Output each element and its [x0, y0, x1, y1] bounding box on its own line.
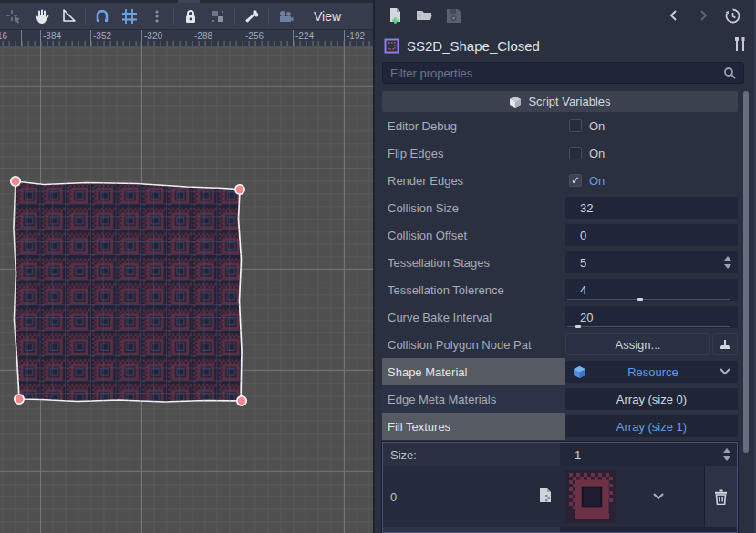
- horizontal-ruler: -416 -384 -352 -320 -288 -256 -224 -192: [0, 30, 373, 46]
- editor-debug-checkbox[interactable]: [569, 119, 582, 132]
- camera-icon[interactable]: [272, 5, 299, 28]
- ruler-label: -288: [194, 31, 212, 41]
- handle-top-right: [235, 185, 244, 194]
- field-value: 5: [580, 256, 586, 270]
- property-label: Collision Polygon Node Pat: [382, 331, 565, 358]
- ruler-label: -320: [144, 31, 162, 41]
- property-label: Render Edges: [382, 167, 565, 194]
- shape-material-resource[interactable]: Resource: [565, 361, 738, 383]
- filter-properties-box[interactable]: [382, 62, 744, 84]
- box-icon: [509, 96, 522, 108]
- new-resource-icon[interactable]: [380, 3, 409, 28]
- property-label: Shape Material: [382, 358, 565, 385]
- chevron-down-icon[interactable]: [653, 493, 664, 500]
- array-size-field[interactable]: 1: [560, 443, 737, 466]
- handle-bottom-right: [237, 396, 246, 405]
- edit-resource-icon[interactable]: [538, 487, 553, 507]
- ruler-label: -192: [347, 31, 365, 41]
- save-resource-icon[interactable]: [439, 3, 468, 28]
- assign-node-path-button[interactable]: Assign...: [565, 333, 710, 355]
- fill-textures-array-button[interactable]: Array (size 1): [565, 415, 738, 437]
- ruler-icon[interactable]: [55, 5, 82, 28]
- toolbar-separator: [173, 8, 174, 25]
- property-row-edge-meta-materials: Edge Meta Materials Array (size 0): [382, 385, 738, 413]
- bone-icon[interactable]: [238, 5, 265, 28]
- property-row-collision-size: Collision Size 32: [382, 194, 738, 221]
- property-label: Fill Textures: [382, 413, 565, 440]
- pan-icon[interactable]: [27, 5, 55, 28]
- next-row-partial: [383, 527, 737, 532]
- load-resource-icon[interactable]: [409, 3, 439, 28]
- edge-meta-materials-array-button[interactable]: Array (size 0): [565, 388, 738, 410]
- property-label: Collision Offset: [382, 221, 565, 249]
- property-label: Editor Debug: [382, 112, 565, 139]
- field-value: 20: [580, 311, 593, 324]
- spinner-icon[interactable]: [722, 447, 731, 465]
- snap-options-icon[interactable]: [143, 5, 171, 28]
- property-row-fill-textures: Fill Textures Array (size 1): [382, 413, 738, 440]
- tessellation-tolerence-field[interactable]: 4: [565, 279, 738, 301]
- slider-grabber[interactable]: [637, 298, 643, 301]
- canvas-viewport[interactable]: View -416 -384 -352 -320 -288 -256 -224 …: [0, 0, 373, 533]
- property-row-flip-edges: Flip Edges On: [382, 139, 738, 167]
- view-menu[interactable]: View: [301, 9, 354, 24]
- tessellation-stages-field[interactable]: 5: [565, 251, 738, 273]
- group-icon[interactable]: [204, 5, 232, 28]
- field-value: 1: [575, 448, 581, 462]
- field-value: 0: [580, 229, 586, 242]
- history-icon[interactable]: [718, 3, 747, 28]
- godot-editor-window: View -416 -384 -352 -320 -288 -256 -224 …: [0, 0, 756, 533]
- select-tool-icon[interactable]: [0, 5, 27, 28]
- smart-snap-icon[interactable]: [88, 5, 116, 28]
- ruler-label: -352: [93, 31, 111, 41]
- canvas-toolbar: View: [0, 3, 373, 30]
- inspector-scrollbar[interactable]: [743, 91, 749, 453]
- search-icon: [723, 67, 736, 79]
- history-back-icon[interactable]: [659, 3, 689, 28]
- slider-grabber[interactable]: [575, 325, 581, 328]
- pick-node-icon[interactable]: [712, 333, 738, 355]
- property-label: Collision Size: [382, 194, 565, 221]
- spinner-icon[interactable]: [723, 255, 732, 272]
- property-label: Tessellation Stages: [382, 249, 565, 276]
- property-label: Tessellation Tolerence: [382, 276, 565, 303]
- collision-offset-field[interactable]: 0: [565, 224, 738, 246]
- tools-icon[interactable]: [733, 36, 747, 56]
- ruler-label: -416: [0, 31, 7, 41]
- inspector-panel: SS2D_Shape_Closed Script Variables Edito…: [375, 0, 756, 533]
- property-row-tessellation-tolerence: Tessellation Tolerence 4: [382, 276, 738, 303]
- lock-icon[interactable]: [177, 5, 204, 28]
- ruler-label: -256: [245, 31, 264, 41]
- pane-divider[interactable]: [373, 0, 375, 533]
- property-row-tessellation-stages: Tessellation Stages 5: [382, 249, 738, 276]
- slider-track[interactable]: [567, 326, 730, 327]
- toolbar-separator: [234, 8, 235, 25]
- property-row-editor-debug: Editor Debug On: [382, 112, 738, 139]
- curve-bake-interval-field[interactable]: 20: [565, 306, 738, 328]
- collision-size-field[interactable]: 32: [565, 197, 738, 219]
- filter-properties-input[interactable]: [390, 67, 723, 80]
- flip-edges-checkbox[interactable]: [569, 147, 582, 159]
- grid-snap-icon[interactable]: [116, 5, 143, 28]
- shape-polygon[interactable]: [14, 181, 242, 402]
- delete-item-button[interactable]: [704, 466, 737, 527]
- inspector-toolbar: [375, 0, 756, 31]
- trash-icon: [714, 489, 728, 505]
- checkbox-label: On: [589, 174, 605, 188]
- property-label: Flip Edges: [382, 139, 565, 167]
- history-forward-icon[interactable]: [689, 3, 718, 28]
- chevron-down-icon[interactable]: [720, 368, 730, 375]
- property-row-curve-bake-interval: Curve Bake Interval 20: [382, 303, 738, 331]
- handle-top-left: [11, 177, 20, 186]
- slider-track[interactable]: [567, 299, 730, 300]
- ruler-label: -384: [43, 31, 61, 41]
- handle-bottom-left: [15, 395, 24, 404]
- property-label: Edge Meta Materials: [382, 385, 565, 413]
- render-edges-checkbox[interactable]: ✓: [569, 174, 582, 187]
- texture-preview[interactable]: [565, 470, 616, 523]
- shape-overlay: [0, 0, 373, 533]
- resource-icon: [573, 365, 586, 379]
- section-script-variables[interactable]: Script Variables: [382, 91, 738, 112]
- checkbox-label: On: [589, 147, 605, 160]
- node-icon: [384, 38, 399, 54]
